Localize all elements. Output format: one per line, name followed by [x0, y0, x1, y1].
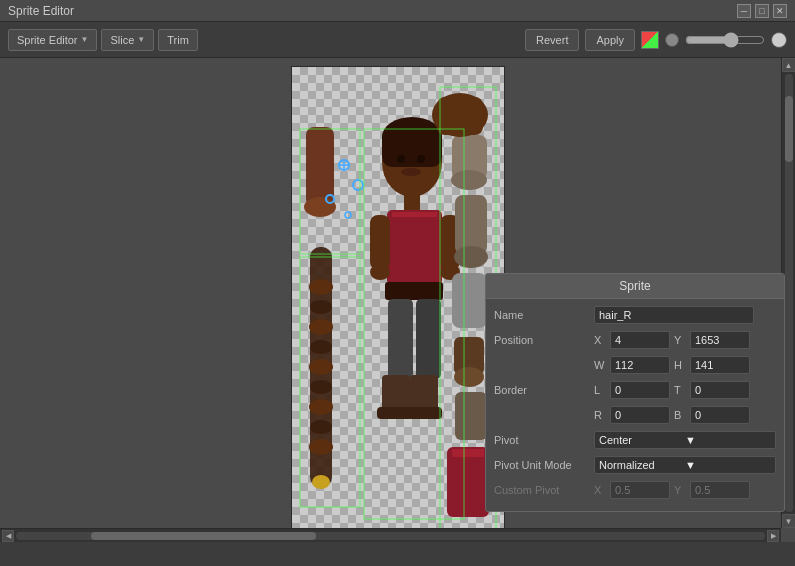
title-bar: Sprite Editor ─ □ ✕ — [0, 0, 795, 22]
position-row: Position X Y — [494, 330, 776, 350]
svg-rect-37 — [452, 273, 487, 328]
x-label: X — [594, 334, 606, 346]
slice-menu[interactable]: Slice ▼ — [101, 29, 154, 51]
name-input[interactable] — [594, 306, 754, 324]
size-inputs: W H — [594, 356, 776, 374]
pivot-unit-mode-label: Pivot Unit Mode — [494, 459, 594, 471]
svg-point-48 — [353, 180, 363, 190]
cpy-label: Y — [674, 484, 686, 496]
b-label: B — [674, 409, 686, 421]
svg-point-7 — [309, 399, 333, 415]
alpha-icon[interactable] — [665, 33, 679, 47]
border-l-input[interactable] — [610, 381, 670, 399]
svg-rect-40 — [455, 392, 487, 440]
h-label: H — [674, 359, 686, 371]
pivot-dropdown[interactable]: Center ▼ — [594, 431, 776, 449]
custom-pivot-inputs: X Y — [594, 481, 776, 499]
scroll-left-arrow[interactable]: ◀ — [2, 530, 14, 542]
svg-point-3 — [309, 319, 333, 335]
title-bar-label: Sprite Editor — [8, 4, 74, 18]
pivot-unit-mode-dropdown-arrow: ▼ — [685, 459, 771, 471]
canvas-area[interactable]: ▲ ▼ ◀ ▶ Sprite Name — [0, 58, 795, 542]
border-label: Border — [494, 384, 594, 396]
svg-rect-15 — [382, 127, 442, 167]
svg-point-1 — [309, 279, 333, 295]
pivot-dropdown-arrow: ▼ — [685, 434, 771, 446]
svg-point-39 — [454, 367, 484, 387]
l-label: L — [594, 384, 606, 396]
apply-button[interactable]: Apply — [585, 29, 635, 51]
y-label: Y — [674, 334, 686, 346]
pos-h-input[interactable] — [690, 356, 750, 374]
svg-point-50 — [345, 212, 351, 218]
border-r-input[interactable] — [610, 406, 670, 424]
popup-header: Sprite — [486, 274, 784, 299]
sprite-canvas[interactable] — [291, 66, 505, 542]
zoom-icon[interactable] — [771, 32, 787, 48]
svg-point-4 — [310, 340, 332, 354]
pos-y-input[interactable] — [690, 331, 750, 349]
border-b-input[interactable] — [690, 406, 750, 424]
minimize-button[interactable]: ─ — [737, 4, 751, 18]
popup-body: Name Position X Y — [486, 299, 784, 511]
pivot-label: Pivot — [494, 434, 594, 446]
w-label: W — [594, 359, 606, 371]
svg-rect-19 — [404, 192, 420, 212]
sprite-popup: Sprite Name Position X Y — [485, 273, 785, 512]
svg-rect-21 — [392, 212, 437, 217]
svg-rect-30 — [377, 407, 412, 419]
svg-rect-22 — [385, 282, 443, 300]
svg-point-16 — [397, 155, 405, 163]
svg-point-36 — [454, 246, 488, 268]
svg-point-8 — [310, 420, 332, 434]
scroll-up-arrow[interactable]: ▲ — [782, 58, 796, 72]
color-mode-icon[interactable] — [641, 31, 659, 49]
border-row: Border L T — [494, 380, 776, 400]
size-row: W H — [494, 355, 776, 375]
svg-point-5 — [309, 359, 333, 375]
pivot-unit-mode-dropdown[interactable]: Normalized ▼ — [594, 456, 776, 474]
slice-dropdown-arrow: ▼ — [137, 35, 145, 44]
name-row: Name — [494, 305, 776, 325]
zoom-slider-container — [685, 32, 765, 48]
main-area: ▲ ▼ ◀ ▶ Sprite Name — [0, 58, 795, 542]
pos-x-input[interactable] — [610, 331, 670, 349]
svg-point-17 — [417, 155, 425, 163]
position-inputs: X Y — [594, 331, 776, 349]
bottom-scrollbar: ◀ ▶ — [0, 528, 781, 542]
sprite-editor-dropdown-arrow: ▼ — [81, 35, 89, 44]
pivot-row: Pivot Center ▼ — [494, 430, 776, 450]
close-button[interactable]: ✕ — [773, 4, 787, 18]
t-label: T — [674, 384, 686, 396]
maximize-button[interactable]: □ — [755, 4, 769, 18]
border-t-input[interactable] — [690, 381, 750, 399]
trim-button[interactable]: Trim — [158, 29, 198, 51]
scroll-down-arrow[interactable]: ▼ — [782, 514, 796, 528]
svg-point-12 — [304, 197, 336, 217]
title-bar-controls: ─ □ ✕ — [737, 4, 787, 18]
position-label: Position — [494, 334, 594, 346]
custom-pivot-row: Custom Pivot X Y — [494, 480, 776, 500]
custom-pivot-label: Custom Pivot — [494, 484, 594, 496]
svg-rect-41 — [447, 447, 489, 517]
svg-point-34 — [451, 170, 487, 190]
toolbar-right: Revert Apply — [525, 29, 787, 51]
svg-point-24 — [370, 264, 390, 280]
name-label: Name — [494, 309, 594, 321]
svg-point-6 — [310, 380, 332, 394]
border-row2: R B — [494, 405, 776, 425]
svg-point-9 — [309, 439, 333, 455]
sprite-editor-menu[interactable]: Sprite Editor ▼ — [8, 29, 97, 51]
svg-rect-28 — [416, 299, 441, 379]
zoom-slider[interactable] — [685, 32, 765, 48]
svg-rect-20 — [387, 210, 442, 285]
scroll-right-arrow[interactable]: ▶ — [767, 530, 779, 542]
custom-pivot-y-input[interactable] — [690, 481, 750, 499]
revert-button[interactable]: Revert — [525, 29, 579, 51]
custom-pivot-x-input[interactable] — [610, 481, 670, 499]
pos-w-input[interactable] — [610, 356, 670, 374]
svg-rect-23 — [370, 215, 390, 270]
border-inputs-lt: L T — [594, 381, 776, 399]
toolbar: Sprite Editor ▼ Slice ▼ Trim Revert Appl… — [0, 22, 795, 58]
pivot-unit-mode-row: Pivot Unit Mode Normalized ▼ — [494, 455, 776, 475]
